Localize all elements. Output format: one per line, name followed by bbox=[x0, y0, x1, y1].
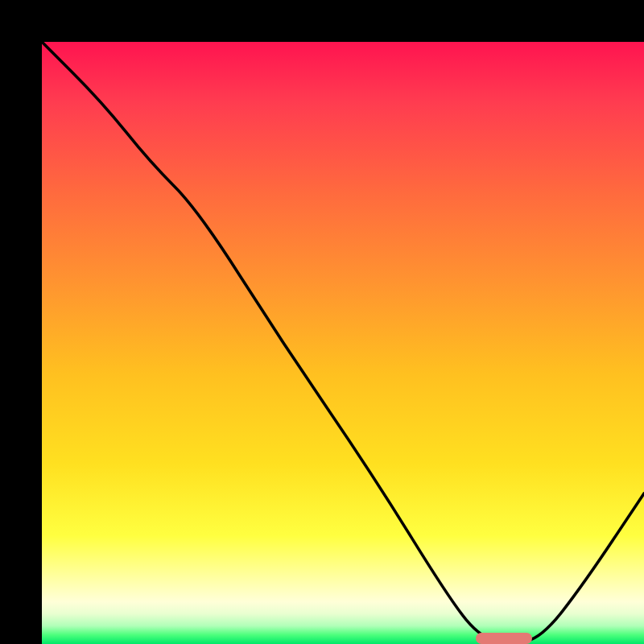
optimal-range-marker bbox=[476, 633, 532, 644]
chart-frame bbox=[0, 0, 644, 644]
plot-area bbox=[42, 42, 644, 644]
bottleneck-curve bbox=[42, 42, 644, 644]
